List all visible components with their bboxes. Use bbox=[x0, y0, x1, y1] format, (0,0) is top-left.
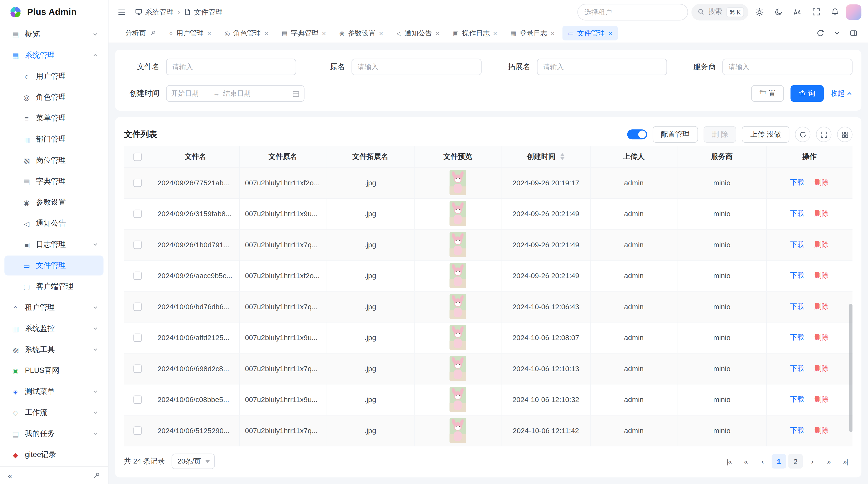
sidebar-menu-item[interactable]: ≡ 菜单管理 bbox=[4, 108, 103, 128]
refresh-table-button[interactable] bbox=[795, 127, 810, 142]
file-preview-image[interactable] bbox=[450, 263, 466, 288]
sidebar-pin-button[interactable] bbox=[93, 472, 100, 479]
hamburger-menu-button[interactable] bbox=[114, 4, 129, 20]
download-link[interactable]: 下载 bbox=[790, 209, 805, 217]
row-checkbox[interactable] bbox=[133, 364, 142, 373]
sort-control[interactable] bbox=[560, 153, 565, 160]
last-page-button[interactable]: »| bbox=[838, 454, 852, 469]
breadcrumb-item-files[interactable]: 文件管理 bbox=[184, 7, 223, 17]
end-date-input[interactable] bbox=[223, 90, 262, 97]
sidebar-menu-item[interactable]: ▦ 系统管理 bbox=[4, 45, 103, 65]
sidebar-menu-item[interactable]: ▥ 系统监控 bbox=[4, 319, 103, 338]
page-size-select[interactable]: 20条/页 bbox=[172, 454, 215, 469]
prev-page-button[interactable]: ‹ bbox=[755, 454, 770, 469]
next-page-button[interactable]: › bbox=[805, 454, 819, 469]
file-preview-image[interactable] bbox=[450, 387, 466, 412]
row-checkbox[interactable] bbox=[133, 272, 142, 280]
sidebar-menu-item[interactable]: ▣ 日志管理 bbox=[4, 234, 103, 255]
file-preview-image[interactable] bbox=[450, 356, 466, 381]
sidebar-menu-item[interactable]: ◈ 测试菜单 bbox=[4, 382, 103, 401]
dark-mode-button[interactable] bbox=[771, 4, 786, 20]
row-checkbox[interactable] bbox=[133, 302, 142, 311]
batch-delete-button[interactable]: 删 除 bbox=[704, 126, 737, 143]
tenant-select[interactable] bbox=[577, 4, 688, 20]
delete-link[interactable]: 删除 bbox=[814, 240, 829, 248]
close-icon[interactable]: × bbox=[379, 30, 383, 37]
row-checkbox[interactable] bbox=[133, 210, 142, 218]
close-icon[interactable]: × bbox=[207, 30, 211, 37]
filter-field-input[interactable] bbox=[166, 59, 296, 75]
download-link[interactable]: 下载 bbox=[790, 333, 805, 341]
column-settings-button[interactable] bbox=[837, 127, 852, 142]
page-tab[interactable]: ▣ 操作日志 × bbox=[447, 26, 503, 40]
sidebar-menu-item[interactable]: ◁ 通知公告 bbox=[4, 214, 103, 233]
page-tab[interactable]: 分析页 bbox=[120, 26, 161, 40]
page-tab[interactable]: ◎ 角色管理 × bbox=[219, 26, 274, 40]
delete-link[interactable]: 删除 bbox=[814, 364, 829, 372]
close-icon[interactable]: × bbox=[435, 30, 439, 37]
column-header-created[interactable]: 创建时间 bbox=[501, 146, 590, 167]
layout-toggle-button[interactable] bbox=[846, 26, 861, 41]
sidebar-menu-item[interactable]: ◉ 参数设置 bbox=[4, 193, 103, 213]
tab-menu-button[interactable] bbox=[829, 26, 845, 41]
select-all-checkbox[interactable] bbox=[133, 153, 142, 161]
sidebar-menu-item[interactable]: ▤ 概览 bbox=[4, 24, 103, 44]
row-checkbox[interactable] bbox=[133, 426, 142, 434]
sidebar-menu-item[interactable]: ⌂ 租户管理 bbox=[4, 298, 103, 318]
sidebar-menu-item[interactable]: ◉ PLUS官网 bbox=[4, 361, 103, 381]
download-link[interactable]: 下载 bbox=[790, 302, 805, 310]
download-link[interactable]: 下载 bbox=[790, 240, 805, 248]
date-range-picker[interactable]: → bbox=[166, 85, 305, 102]
user-avatar[interactable] bbox=[846, 4, 861, 20]
fast-prev-button[interactable]: « bbox=[739, 454, 753, 469]
sidebar-menu-item[interactable]: ▢ 客户端管理 bbox=[4, 277, 103, 296]
table-fullscreen-button[interactable] bbox=[816, 127, 831, 142]
stripe-toggle[interactable] bbox=[627, 129, 647, 139]
delete-link[interactable]: 删除 bbox=[814, 395, 829, 403]
close-icon[interactable]: × bbox=[551, 30, 555, 37]
filter-field-input[interactable] bbox=[351, 59, 482, 75]
sidebar-menu-item[interactable]: ▥ 部门管理 bbox=[4, 129, 103, 150]
breadcrumb-item-system[interactable]: 系统管理 bbox=[135, 7, 174, 17]
page-tab[interactable]: ▦ 登录日志 × bbox=[505, 26, 560, 40]
collapse-filters-link[interactable]: 收起 bbox=[830, 89, 852, 98]
file-preview-image[interactable] bbox=[450, 201, 466, 226]
download-link[interactable]: 下载 bbox=[790, 364, 805, 372]
row-checkbox[interactable] bbox=[133, 395, 142, 404]
query-button[interactable]: 查 询 bbox=[790, 85, 824, 102]
row-checkbox[interactable] bbox=[133, 333, 142, 342]
close-icon[interactable]: × bbox=[608, 30, 612, 37]
page-tab[interactable]: ◁ 通知公告 × bbox=[391, 26, 445, 40]
download-link[interactable]: 下载 bbox=[790, 178, 805, 186]
download-link[interactable]: 下载 bbox=[790, 271, 805, 279]
file-preview-image[interactable] bbox=[450, 170, 466, 195]
close-icon[interactable]: × bbox=[493, 30, 497, 37]
app-logo[interactable]: Plus Admin bbox=[0, 0, 108, 24]
first-page-button[interactable]: |« bbox=[722, 454, 736, 469]
file-preview-image[interactable] bbox=[450, 232, 466, 257]
row-checkbox[interactable] bbox=[133, 179, 142, 187]
file-preview-image[interactable] bbox=[450, 418, 466, 443]
table-scrollbar[interactable] bbox=[849, 304, 852, 432]
row-checkbox[interactable] bbox=[133, 240, 142, 249]
settings-gear-button[interactable] bbox=[752, 4, 767, 20]
sidebar-menu-item[interactable]: ◆ gitee记录 bbox=[4, 445, 103, 465]
fast-next-button[interactable]: » bbox=[822, 454, 836, 469]
file-preview-image[interactable] bbox=[450, 294, 466, 319]
file-preview-image[interactable] bbox=[450, 325, 466, 350]
page-tab[interactable]: ◉ 参数设置 × bbox=[334, 26, 389, 40]
delete-link[interactable]: 删除 bbox=[814, 178, 829, 186]
delete-link[interactable]: 删除 bbox=[814, 209, 829, 217]
filter-field-input[interactable] bbox=[537, 59, 667, 75]
sidebar-menu-item[interactable]: ◎ 角色管理 bbox=[4, 88, 103, 107]
upload-button[interactable]: 上传 没做 bbox=[742, 126, 789, 143]
sidebar-menu-item[interactable]: ▧ 岗位管理 bbox=[4, 151, 103, 170]
sidebar-menu-item[interactable]: ▭ 文件管理 bbox=[4, 256, 103, 276]
sidebar-menu-item[interactable]: ○ 用户管理 bbox=[4, 66, 103, 86]
delete-link[interactable]: 删除 bbox=[814, 271, 829, 279]
delete-link[interactable]: 删除 bbox=[814, 333, 829, 341]
fullscreen-button[interactable] bbox=[808, 4, 824, 20]
global-search-button[interactable]: 搜索 ⌘ K bbox=[691, 4, 748, 20]
close-icon[interactable]: × bbox=[322, 30, 326, 37]
page-number-button[interactable]: 2 bbox=[788, 454, 803, 469]
